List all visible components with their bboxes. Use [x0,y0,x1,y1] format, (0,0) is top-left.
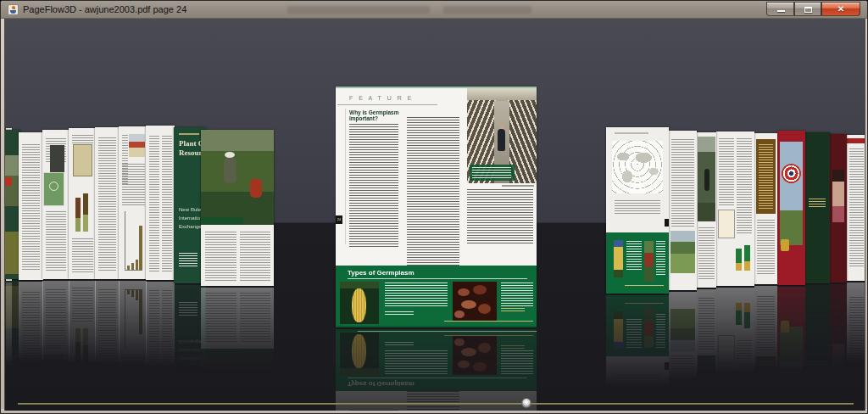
coverflow-page-left-7[interactable] [19,132,43,280]
page-text-block [46,211,66,271]
app-icon-steam [12,6,15,9]
page-text-block [72,135,93,143]
article-headline: Why is Germplasm Important? [349,109,403,121]
photo-skylight [467,88,537,101]
page-text-block [849,148,864,267]
coverflow-page-right-5[interactable] [754,133,777,284]
page-text-block [122,164,145,206]
corn-cob [352,288,366,322]
current-page[interactable]: F E A T U R E Why is Germplasm Important… [336,87,537,327]
page-text-column [149,136,159,271]
application-window: PageFlow3D - awjune2003.pdf page 24 ✕ [0,0,868,414]
gold-number-block [781,239,789,251]
slider-thumb[interactable] [521,398,531,408]
box-footer-text [625,285,664,288]
coverflow-cover-archery-target[interactable] [777,131,805,285]
seed-blob [454,310,465,318]
photo-strip-plant [644,241,654,282]
page-number-tab: 24 [336,215,342,224]
cover-subtitle-line: Internatio [179,215,200,221]
coverflow-page-left-1[interactable] [201,130,274,286]
close-button[interactable]: ✕ [821,2,860,16]
page-margin-rule [345,109,346,244]
maximize-icon [804,7,812,13]
field-photo [201,130,274,225]
page-kicker-rule [615,132,648,134]
java-app-icon [8,4,19,15]
footer-text [444,321,533,323]
page-text-block [22,144,40,271]
child-photo [832,170,844,222]
photo-caption-band [201,217,243,225]
landscape-photo [670,231,695,273]
photo-person-head [500,125,504,129]
coverflow-page-left-4[interactable] [95,127,120,279]
page-bottom-band [336,326,537,327]
page-photo [129,134,145,157]
coverflow-page-right-8[interactable] [830,134,847,283]
photo-credit-line [502,185,534,187]
app-icon-cup [10,10,16,14]
page-text-column [240,232,270,281]
page-photo-accent [4,177,12,186]
box-text-block [626,241,642,270]
seed-pods-photo [453,282,497,321]
germplasm-box-continued [606,232,669,294]
article-column-1 [349,124,398,248]
page-text-column [205,232,236,281]
cover-subtitle-line: New Rule [179,207,201,212]
page-quote-box [50,145,64,173]
coverflow-stage: Plant G Resour New Rule Internatio Excha… [4,19,865,411]
article-column-3 [467,189,533,245]
minimize-button[interactable] [766,2,794,16]
coverflow-page-right-1[interactable] [606,127,669,294]
map-caption-text [615,200,660,214]
page-text-column [737,138,752,233]
person-figure-red [250,179,262,198]
bar [131,263,134,270]
page-photo-block [4,232,19,274]
cover-subtitle: New Rule Internatio Exchange [179,205,202,231]
window-title: PageFlow3D - awjune2003.pdf page 24 [23,4,186,14]
coverflow-page-left-6[interactable] [42,130,70,279]
person-figure [224,158,236,183]
cover-gold-title-text [809,199,826,209]
cover-title-line: Resour [179,148,203,157]
coverflow-page-right-9[interactable] [847,135,865,281]
page-number-tab [665,219,669,227]
bar-segment [736,263,742,271]
page-info-box [718,210,735,238]
page-logo-image [43,172,64,206]
coverflow-page-right-4[interactable] [716,131,754,286]
page-header-bar [847,138,865,143]
coverflow-page-right-2[interactable] [669,131,697,290]
page-text-block [671,139,694,227]
bar-segment [744,261,750,271]
coverflow-cover-green-gold[interactable] [805,132,830,283]
seed-blob [461,300,476,309]
sidebar-text-block-2 [385,311,414,316]
page-stacked-bar-chart [735,240,752,271]
coverflow-page-left-5[interactable] [69,128,96,279]
window-titlebar[interactable]: PageFlow3D - awjune2003.pdf page 24 [1,1,868,19]
maximize-button[interactable] [794,2,821,16]
page-bar-chart [125,211,142,271]
photo-strip-corn [614,240,623,277]
page-slider-track[interactable] [18,403,854,405]
page-callout-box [756,139,776,214]
article-column-2 [407,117,459,280]
page-text-column [162,136,172,271]
field-person-photo [698,137,715,221]
seed-blob [458,288,470,296]
coverflow-page-left-3[interactable] [119,126,147,279]
seed-blob [478,304,491,314]
page-text-block [757,220,775,276]
coverflow-page-right-3[interactable] [697,132,716,288]
sidebar-text-block-3 [501,283,533,306]
sidebar-box-title: Types of Germplasm [348,269,415,277]
coverflow-page-left-2[interactable] [146,126,175,280]
sidebar-credit-text [501,308,525,313]
photo-person [498,129,505,151]
world-map-graphic [612,141,663,193]
page-text-block [698,227,715,280]
